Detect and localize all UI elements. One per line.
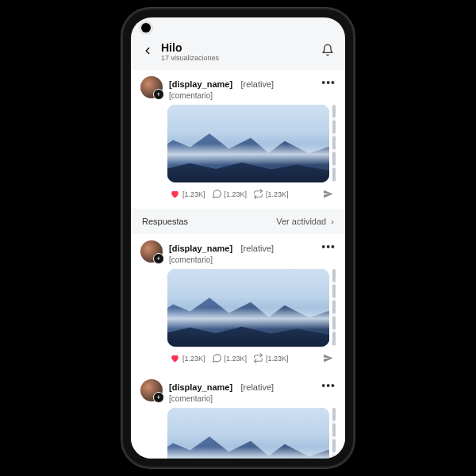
reply-post: + [display_name] [relative] [comentario]… — [131, 234, 345, 373]
heart-icon — [170, 189, 180, 199]
post-menu-button[interactable]: ••• — [318, 240, 336, 253]
reply-count: [1.23K] — [225, 355, 248, 363]
post-media[interactable] — [167, 105, 329, 182]
share-button[interactable] — [321, 187, 336, 201]
comment-icon — [212, 353, 222, 363]
send-icon — [323, 189, 333, 199]
share-button[interactable] — [321, 351, 336, 365]
avatar[interactable]: + — [140, 240, 163, 263]
follow-badge-icon[interactable]: + — [153, 253, 164, 264]
avatar[interactable]: + — [140, 379, 163, 401]
like-count: [1.23K] — [182, 355, 205, 363]
repost-count: [1.23K] — [266, 355, 289, 363]
follow-badge-icon[interactable]: + — [153, 392, 164, 403]
page-title: Hilo — [161, 41, 321, 54]
screen: Hilo 17 visualizaciones + [display_name]… — [131, 17, 345, 459]
repost-button[interactable]: [1.23K] — [251, 187, 291, 201]
post-menu-button[interactable]: ••• — [318, 379, 336, 392]
like-button[interactable]: [1.23K] — [167, 351, 208, 365]
app-content: Hilo 17 visualizaciones + [display_name]… — [131, 17, 345, 459]
repost-button[interactable]: [1.23K] — [251, 351, 291, 365]
post-time: [relative] — [241, 79, 274, 89]
heart-icon — [170, 353, 180, 363]
post-media[interactable] — [167, 269, 329, 347]
post-actions: [1.23K] [1.23K] [1.23K] — [167, 350, 336, 368]
like-button[interactable]: [1.23K] — [167, 187, 208, 201]
reply-post: + [display_name] [relative] [comentario]… — [131, 373, 345, 459]
comment-icon — [212, 189, 222, 199]
replies-label: Respuestas — [142, 217, 188, 226]
author-name[interactable]: [display_name] — [169, 79, 232, 89]
post-comment: [comentario] — [169, 91, 318, 100]
page-subtitle: 17 visualizaciones — [161, 54, 321, 62]
post-time: [relative] — [241, 244, 274, 253]
phone-frame: Hilo 17 visualizaciones + [display_name]… — [123, 10, 353, 466]
post-menu-button[interactable]: ••• — [318, 76, 336, 89]
media-pager[interactable] — [332, 408, 336, 459]
repost-icon — [253, 189, 263, 199]
post-comment: [comentario] — [169, 255, 318, 264]
view-activity-button[interactable]: Ver actividad › — [276, 217, 334, 226]
repost-count: [1.23K] — [266, 190, 289, 198]
media-pager[interactable] — [332, 105, 336, 182]
back-button[interactable] — [142, 44, 153, 59]
post-media[interactable] — [167, 408, 329, 459]
post-comment: [comentario] — [169, 394, 318, 403]
post-time: [relative] — [241, 382, 274, 392]
reply-button[interactable]: [1.23K] — [209, 351, 250, 365]
notifications-button[interactable] — [321, 44, 334, 60]
repost-icon — [253, 353, 263, 363]
replies-bar: Respuestas Ver actividad › — [131, 209, 345, 234]
reply-count: [1.23K] — [225, 190, 248, 198]
front-camera — [141, 23, 151, 33]
media-pager[interactable] — [332, 269, 336, 347]
avatar[interactable]: + — [140, 76, 163, 98]
send-icon — [323, 353, 333, 363]
author-name[interactable]: [display_name] — [169, 382, 232, 392]
header: Hilo 17 visualizaciones — [131, 36, 345, 70]
original-post: + [display_name] [relative] [comentario]… — [131, 70, 345, 209]
post-actions: [1.23K] [1.23K] [1.23K] — [167, 186, 336, 204]
like-count: [1.23K] — [182, 190, 205, 198]
reply-button[interactable]: [1.23K] — [209, 187, 250, 201]
follow-badge-icon[interactable]: + — [153, 89, 164, 100]
author-name[interactable]: [display_name] — [169, 244, 232, 253]
